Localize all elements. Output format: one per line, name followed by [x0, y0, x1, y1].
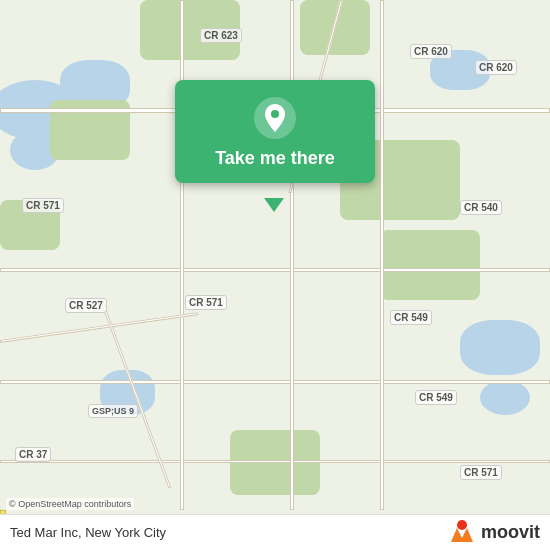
take-me-there-button[interactable]: Take me there — [215, 148, 335, 169]
water-body — [480, 380, 530, 415]
navigation-popup[interactable]: Take me there — [175, 80, 375, 183]
road — [380, 0, 384, 510]
road-label-cr37: CR 37 — [15, 447, 51, 462]
road-label-cr571b: CR 571 — [185, 295, 227, 310]
popup-pointer — [264, 198, 284, 212]
road-label-cr549b: CR 549 — [415, 390, 457, 405]
road — [0, 268, 550, 272]
svg-point-1 — [271, 110, 279, 118]
road-label-cr571c: CR 571 — [460, 465, 502, 480]
map-container: CR 623 CR 620 CR 620 CR 571 CR 571 CR 54… — [0, 0, 550, 550]
green-area — [380, 230, 480, 300]
location-pin-icon — [253, 96, 297, 140]
moovit-logo: moovit — [447, 520, 540, 546]
moovit-icon — [447, 520, 477, 546]
road-label-cr623: CR 623 — [200, 28, 242, 43]
road-label-cr620b: CR 620 — [475, 60, 517, 75]
svg-point-2 — [457, 520, 467, 530]
road-label-cr540: CR 540 — [460, 200, 502, 215]
road-label-cr571a: CR 571 — [22, 198, 64, 213]
road-label-cr620a: CR 620 — [410, 44, 452, 59]
road — [180, 0, 184, 510]
moovit-text: moovit — [481, 522, 540, 543]
road — [0, 460, 550, 463]
location-name: Ted Mar Inc, New York City — [10, 525, 166, 540]
road — [290, 0, 294, 510]
osm-attribution: © OpenStreetMap contributors — [6, 498, 134, 510]
water-body — [460, 320, 540, 375]
road-label-cr549a: CR 549 — [390, 310, 432, 325]
road-label-cr527: CR 527 — [65, 298, 107, 313]
road-label-gsp: GSP;US 9 — [88, 404, 138, 418]
road — [0, 380, 550, 384]
bottom-info-bar: Ted Mar Inc, New York City moovit — [0, 514, 550, 550]
